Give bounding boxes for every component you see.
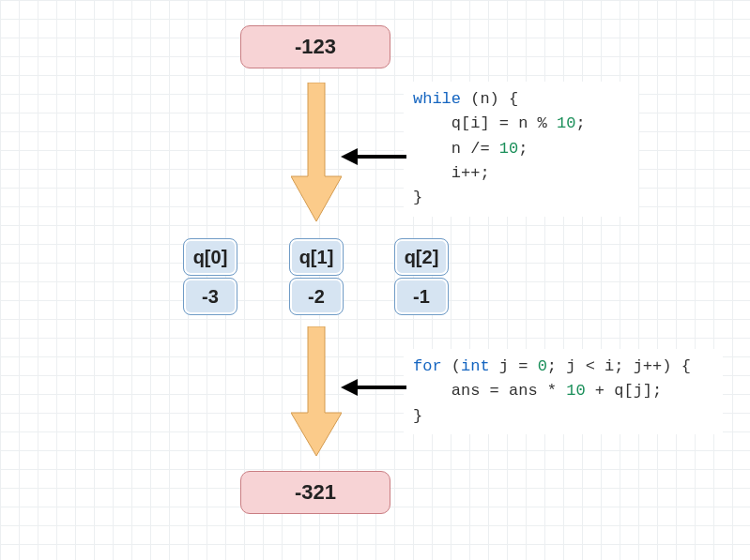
pointer-arrow-2: [341, 377, 406, 401]
output-value: -321: [295, 480, 336, 505]
input-value: -123: [295, 35, 336, 59]
q2-label: q[2]: [394, 238, 449, 276]
code-block-while: while (n) { q[i] = n % 10; n /= 10; i++;…: [404, 82, 638, 217]
q2-value: -1: [394, 278, 449, 315]
q0-label: q[0]: [183, 238, 237, 276]
arrow-down-1: [291, 83, 342, 227]
output-node: -321: [240, 471, 390, 514]
q1-label: q[1]: [289, 238, 344, 276]
input-node: -123: [240, 25, 390, 68]
diagram-canvas: -123 while (n) { q[i] = n % 10; n /= 10;…: [0, 0, 750, 560]
q0-value: -3: [183, 278, 237, 315]
code-block-for: for (int j = 0; j < i; j++) { ans = ans …: [404, 349, 723, 434]
arrow-down-2: [291, 326, 342, 462]
q1-value: -2: [289, 278, 344, 315]
pointer-arrow-1: [341, 146, 406, 171]
